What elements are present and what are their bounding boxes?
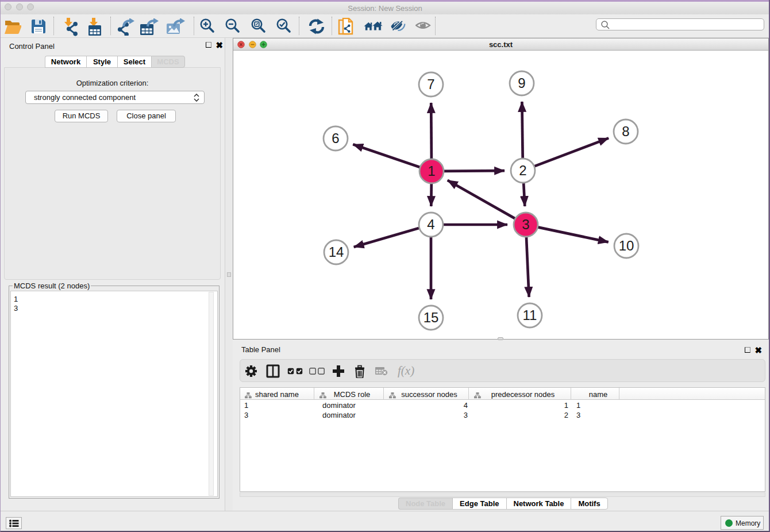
svg-text:9: 9	[518, 75, 525, 91]
svg-text:14: 14	[329, 244, 344, 260]
svg-text:2: 2	[519, 163, 526, 178]
svg-text:15: 15	[424, 310, 439, 325]
svg-text:4: 4	[427, 217, 434, 232]
svg-text:7: 7	[427, 76, 434, 92]
svg-text:6: 6	[332, 130, 339, 146]
svg-text:8: 8	[622, 124, 629, 139]
svg-text:1: 1	[428, 163, 435, 179]
svg-text:3: 3	[522, 217, 529, 232]
svg-text:10: 10	[619, 238, 634, 253]
svg-text:11: 11	[523, 307, 537, 323]
